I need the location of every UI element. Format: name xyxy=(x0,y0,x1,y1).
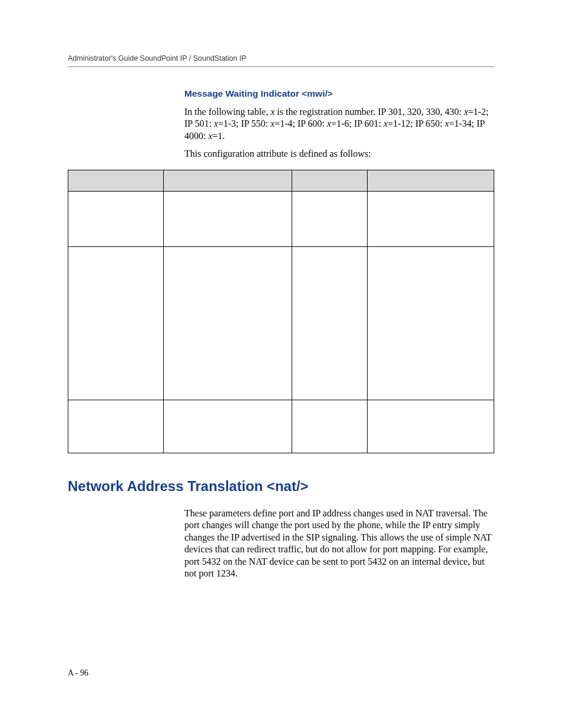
table-cell xyxy=(164,246,292,400)
mwi-p1-text: =1-3; IP 550: xyxy=(218,118,270,129)
running-header: Administrator's Guide SoundPoint IP / So… xyxy=(68,54,494,62)
nat-heading: Network Address Translation <nat/> xyxy=(68,478,494,495)
mwi-p1-text: =1-12; IP 650: xyxy=(388,118,445,129)
table-header-cell xyxy=(292,170,368,191)
mwi-p1-text: is the registration number. IP 301, 320,… xyxy=(275,107,464,117)
table-row xyxy=(68,246,494,400)
header-rule xyxy=(68,66,494,67)
table-cell xyxy=(164,191,292,246)
mwi-var-x: x xyxy=(464,107,468,117)
mwi-p1-text: =1. xyxy=(213,131,225,141)
mwi-paragraph-1: In the following table, x is the registr… xyxy=(184,106,497,142)
table-cell xyxy=(68,191,164,246)
table-header-cell xyxy=(368,170,494,191)
table-header-cell xyxy=(164,170,292,191)
mwi-var-x: x xyxy=(208,131,212,141)
page-number: A - 96 xyxy=(68,668,88,678)
table-cell xyxy=(68,400,164,453)
mwi-p1-text: In the following table, xyxy=(184,107,270,117)
table-row xyxy=(68,191,494,246)
table-header-cell xyxy=(68,170,164,191)
mwi-p1-text: =1-4; IP 600: xyxy=(275,118,327,129)
table-cell xyxy=(292,191,368,246)
table-cell xyxy=(164,400,292,453)
table-cell xyxy=(368,400,494,453)
nat-paragraph: These parameters define port and IP addr… xyxy=(184,508,497,580)
table-cell xyxy=(292,246,368,400)
table-row xyxy=(68,400,494,453)
table-cell xyxy=(368,246,494,400)
mwi-heading: Message Waiting Indicator <mwi/> xyxy=(184,88,497,99)
mwi-paragraph-2: This configuration attribute is defined … xyxy=(184,148,497,160)
table-cell xyxy=(368,191,494,246)
config-table xyxy=(68,170,494,453)
table-cell xyxy=(68,246,164,400)
table-cell xyxy=(292,400,368,453)
mwi-p1-text: =1-6; IP 601: xyxy=(331,118,384,129)
table-header-row xyxy=(68,170,494,191)
